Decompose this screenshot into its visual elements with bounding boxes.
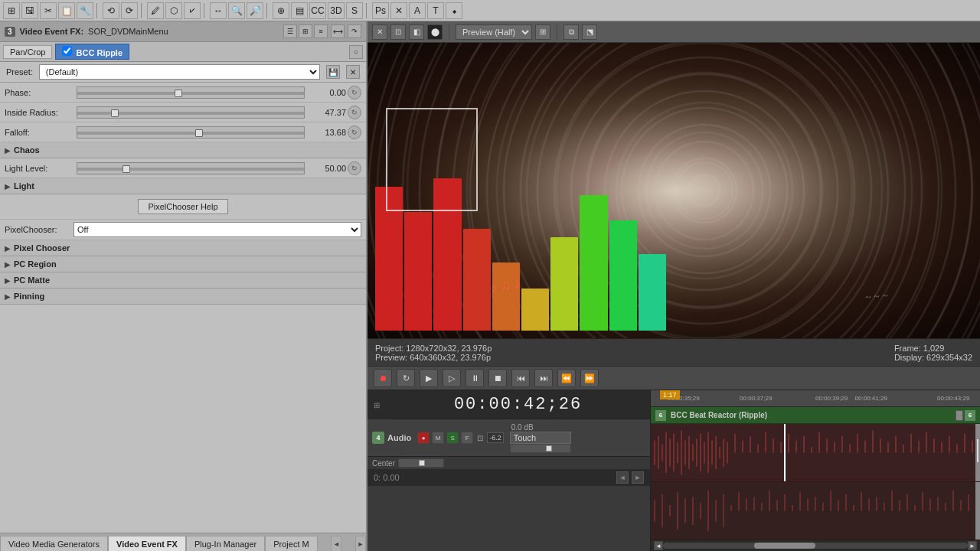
toolbar-undo[interactable]: ⟲ xyxy=(103,2,119,19)
tab-scroll-right[interactable]: ► xyxy=(355,536,366,551)
phase-thumb[interactable] xyxy=(175,90,182,97)
preset-save-btn[interactable]: 💾 xyxy=(326,65,340,79)
toolbar-btn-18[interactable]: ✕ xyxy=(390,2,407,19)
preset-close-btn[interactable]: ✕ xyxy=(346,65,360,79)
fx-list-icon[interactable]: ☰ xyxy=(283,24,297,38)
scroll-track[interactable] xyxy=(663,543,968,549)
scroll-left-btn[interactable]: ◄ xyxy=(654,541,663,550)
toolbar-btn-21[interactable]: ⬥ xyxy=(446,2,462,19)
falloff-slider[interactable] xyxy=(77,126,305,139)
track-mute-btn[interactable]: M xyxy=(432,432,444,444)
preview-split-btn[interactable]: ⊞ xyxy=(535,24,550,40)
scroll-thumb[interactable] xyxy=(754,543,815,549)
fx-bypass-icon[interactable]: ↷ xyxy=(348,24,361,38)
pc-region-title: PC Region xyxy=(14,259,57,269)
bcc-ripple-checkbox[interactable] xyxy=(62,46,72,56)
preview-quality-select[interactable]: Preview (Half) xyxy=(456,24,532,40)
transport-pause-btn[interactable]: ⏸ xyxy=(466,369,484,387)
fx-grid-icon[interactable]: ⊞ xyxy=(299,24,312,38)
toolbar-btn-17[interactable]: Ps xyxy=(372,2,389,19)
pixel-chooser-section[interactable]: ▶ Pixel Chooser xyxy=(0,240,366,256)
transport-play-from-btn[interactable]: ▷ xyxy=(443,369,461,387)
light-level-cycle-btn[interactable]: ↻ xyxy=(348,161,361,175)
inside-radius-slider[interactable] xyxy=(77,106,305,119)
tab-more-icon[interactable]: ○ xyxy=(349,45,363,59)
transport-record-btn[interactable]: ⏺ xyxy=(374,369,392,387)
transport-next-frame-btn[interactable]: ⏩ xyxy=(580,369,599,387)
toolbar-btn-5[interactable]: 🔧 xyxy=(77,2,93,19)
bcc-resize-btn[interactable] xyxy=(956,410,963,421)
track-fx-btn[interactable]: F xyxy=(461,432,473,444)
transport-prev-frame-btn[interactable]: ⏪ xyxy=(557,369,576,387)
track-record-btn[interactable]: ● xyxy=(417,432,430,444)
toolbar-btn-4[interactable]: 📋 xyxy=(58,2,75,19)
eq-bar-7 xyxy=(550,237,578,331)
transport-stop-btn[interactable]: ⏹ xyxy=(488,369,507,387)
phase-cycle-btn[interactable]: ↻ xyxy=(348,86,361,99)
falloff-cycle-btn[interactable]: ↻ xyxy=(348,126,361,139)
fx-link-icon[interactable]: ⟷ xyxy=(331,24,345,38)
transport-prev-btn[interactable]: ⏮ xyxy=(511,369,530,387)
pixelchooser-help-btn[interactable]: PixelChooser Help xyxy=(138,199,227,214)
tab-bcc-ripple[interactable]: BCC Ripple xyxy=(55,44,129,60)
pinning-section[interactable]: ▶ Pinning xyxy=(0,289,366,305)
light-level-thumb[interactable] xyxy=(122,165,130,173)
preview-color-btn[interactable]: ⬤ xyxy=(427,24,443,40)
light-section-header[interactable]: ▶ Light xyxy=(0,178,366,194)
toolbar-btn-15[interactable]: 3D xyxy=(328,2,345,19)
tab-scroll-left[interactable]: ◄ xyxy=(331,536,341,551)
pixelchooser-select[interactable]: Off xyxy=(74,222,361,237)
touch-label[interactable]: Touch xyxy=(510,432,571,444)
tab-video-media-generators[interactable]: Video Media Generators xyxy=(0,536,108,551)
preview-btn-1[interactable]: ⊡ xyxy=(390,24,406,40)
preview-btn-2[interactable]: ◧ xyxy=(409,24,424,40)
transport-next-btn[interactable]: ⏭ xyxy=(534,369,553,387)
track-vol-slider[interactable] xyxy=(510,444,571,453)
preset-select[interactable]: (Default) xyxy=(39,64,320,80)
tab-plugin-manager[interactable]: Plug-In Manager xyxy=(186,536,265,551)
toolbar-btn-2[interactable]: 🖫 xyxy=(21,2,38,19)
toolbar-btn-8[interactable]: 🗸 xyxy=(184,2,201,19)
fx-prop-icon[interactable]: ≡ xyxy=(314,24,328,38)
preview-close-btn[interactable]: ✕ xyxy=(372,24,387,40)
toolbar-btn-3[interactable]: ✂ xyxy=(40,2,57,19)
tab-pan-crop[interactable]: Pan/Crop xyxy=(3,45,52,59)
chaos-section-header[interactable]: ▶ Chaos xyxy=(0,142,366,158)
pan-thumb[interactable] xyxy=(419,460,425,466)
toolbar-btn-11[interactable]: 🔎 xyxy=(247,2,263,19)
phase-slider[interactable] xyxy=(77,86,305,99)
toolbar-btn-9[interactable]: ↔ xyxy=(210,2,227,19)
inside-radius-thumb[interactable] xyxy=(111,109,119,117)
toolbar-btn-20[interactable]: T xyxy=(427,2,444,19)
toolbar-btn-1[interactable]: ⊞ xyxy=(3,2,20,19)
toolbar-redo[interactable]: ⟳ xyxy=(121,2,138,19)
pc-matte-section[interactable]: ▶ PC Matte xyxy=(0,272,366,289)
bottom-nav-right[interactable]: ► xyxy=(632,471,644,484)
toolbar-btn-10[interactable]: 🔍 xyxy=(228,2,245,19)
inside-radius-cycle-btn[interactable]: ↻ xyxy=(348,106,361,119)
toolbar-btn-16[interactable]: S xyxy=(346,2,363,19)
scroll-right-btn[interactable]: ► xyxy=(968,541,977,550)
toolbar-btn-12[interactable]: ⊕ xyxy=(273,2,289,19)
toolbar-btn-6[interactable]: 🖉 xyxy=(147,2,164,19)
bcc-track-resize-handle[interactable] xyxy=(975,424,980,481)
bcc-track2-resize-handle[interactable] xyxy=(975,482,980,540)
toolbar-btn-14[interactable]: CC xyxy=(309,2,326,19)
track-solo-btn[interactable]: S xyxy=(446,432,459,444)
tab-project-m[interactable]: Project M xyxy=(265,536,317,551)
tab-video-event-fx[interactable]: Video Event FX xyxy=(108,536,186,551)
track-controls: ⊞ 00:00:42;26 4 Audio ● M S F ⊡ -6.2 xyxy=(368,390,651,551)
bottom-nav-left[interactable]: ◄ xyxy=(616,471,629,484)
falloff-thumb[interactable] xyxy=(195,129,203,137)
pc-region-section[interactable]: ▶ PC Region xyxy=(0,256,366,272)
preview-copy-btn[interactable]: ⧉ xyxy=(564,24,579,40)
preview-ext-btn[interactable]: ⬔ xyxy=(582,24,597,40)
track-vol-thumb[interactable] xyxy=(546,445,552,452)
pan-slider[interactable] xyxy=(398,458,444,468)
toolbar-btn-19[interactable]: A xyxy=(409,2,426,19)
transport-play-btn[interactable]: ▶ xyxy=(420,369,438,387)
toolbar-btn-7[interactable]: ⬡ xyxy=(165,2,182,19)
transport-loop-btn[interactable]: ↻ xyxy=(397,369,415,387)
toolbar-btn-13[interactable]: ▤ xyxy=(291,2,308,19)
light-level-slider[interactable] xyxy=(77,162,305,174)
